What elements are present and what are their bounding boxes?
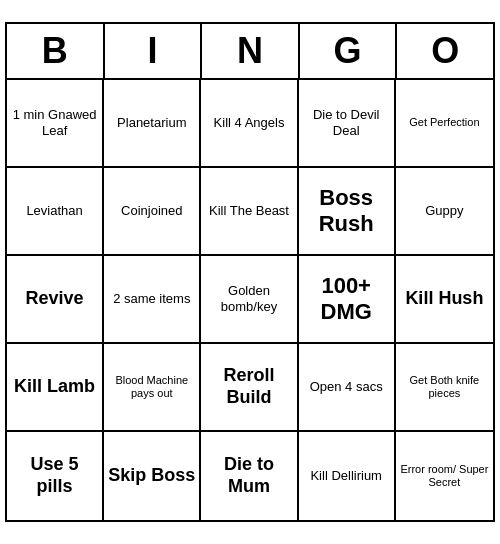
bingo-cell: Error room/ Super Secret [396,432,493,520]
bingo-cell: Die to Mum [201,432,298,520]
bingo-cell: Guppy [396,168,493,256]
bingo-cell: Kill Lamb [7,344,104,432]
bingo-cell: Kill The Beast [201,168,298,256]
bingo-cell: Skip Boss [104,432,201,520]
bingo-cell: Planetarium [104,80,201,168]
bingo-cell: Kill 4 Angels [201,80,298,168]
header-i: I [105,24,203,78]
bingo-header: B I N G O [7,24,493,80]
header-g: G [300,24,398,78]
bingo-cell: Revive [7,256,104,344]
bingo-cell: Kill Hush [396,256,493,344]
bingo-cell: Get Both knife pieces [396,344,493,432]
bingo-cell: Kill Dellirium [299,432,396,520]
bingo-cell: Reroll Build [201,344,298,432]
bingo-cell: 100+ DMG [299,256,396,344]
bingo-cell: Leviathan [7,168,104,256]
bingo-grid: 1 min Gnawed LeafPlanetariumKill 4 Angel… [7,80,493,520]
bingo-cell: Coinjoined [104,168,201,256]
header-b: B [7,24,105,78]
bingo-cell: Open 4 sacs [299,344,396,432]
bingo-cell: Use 5 pills [7,432,104,520]
bingo-cell: Boss Rush [299,168,396,256]
bingo-cell: Golden bomb/key [201,256,298,344]
bingo-cell: Get Perfection [396,80,493,168]
bingo-cell: 2 same items [104,256,201,344]
bingo-cell: Die to Devil Deal [299,80,396,168]
header-o: O [397,24,493,78]
header-n: N [202,24,300,78]
bingo-card: B I N G O 1 min Gnawed LeafPlanetariumKi… [5,22,495,522]
bingo-cell: Blood Machine pays out [104,344,201,432]
bingo-cell: 1 min Gnawed Leaf [7,80,104,168]
